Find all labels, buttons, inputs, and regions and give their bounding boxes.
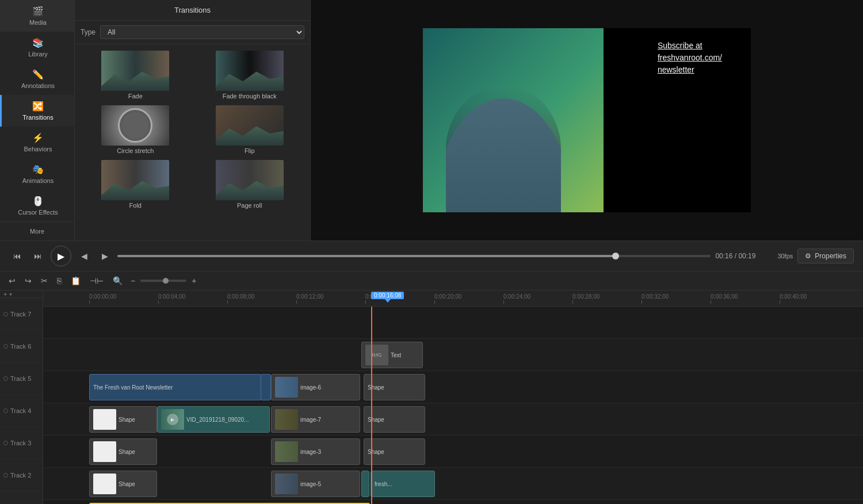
progress-handle[interactable] xyxy=(612,253,619,259)
track6-dot[interactable] xyxy=(3,344,8,349)
sidebar-item-media[interactable]: 🎬 Media xyxy=(0,0,74,32)
person-silhouette xyxy=(446,86,561,212)
sidebar-item-library[interactable]: 📚 Library xyxy=(0,32,74,63)
track3-label: Track 3 xyxy=(10,440,31,446)
clip-track2-image5[interactable]: image-5 xyxy=(271,471,360,497)
ruler-mark-9: 0:00:36;00 xyxy=(711,300,780,304)
behaviors-icon: ⚡ xyxy=(32,132,44,143)
zoom-handle[interactable] xyxy=(163,278,169,284)
track5-dot[interactable] xyxy=(3,376,8,381)
transition-page-roll-label: Page roll xyxy=(237,202,262,209)
transition-circle-stretch[interactable]: Circle stretch xyxy=(79,104,192,156)
sidebar-item-transitions[interactable]: 🔀 Transitions xyxy=(0,95,74,127)
zoom-track[interactable] xyxy=(140,280,186,282)
ruler-mark-5: 0:00:20;00 xyxy=(434,300,503,304)
transitions-icon: 🔀 xyxy=(32,101,44,112)
clip-track2-shape[interactable]: Shape xyxy=(89,471,157,497)
clip-track3-image3[interactable]: image-3 xyxy=(271,438,360,465)
track-label-track5: Track 5 xyxy=(0,362,43,395)
ruler-label-7: 0:00:28;00 xyxy=(572,293,599,300)
library-icon: 📚 xyxy=(32,37,44,48)
clip-track5-shape[interactable]: Shape xyxy=(364,374,425,400)
track-row-6[interactable]: IMG Text xyxy=(43,339,863,371)
track-row-2[interactable]: Shape image-5 fresh... xyxy=(43,468,863,500)
timeline-content: 0:00:16;08 0:00:00;000:00:04;000:00:08;0… xyxy=(43,291,863,504)
zoom-in-button[interactable]: 🔍 xyxy=(110,274,125,287)
track-label-track1: Track 1 xyxy=(0,491,43,504)
ruler-tick-4 xyxy=(365,300,366,304)
clip-track3-shape2[interactable]: Shape xyxy=(364,438,425,465)
sidebar-label-media: Media xyxy=(29,19,47,26)
track-row-7[interactable] xyxy=(43,307,863,339)
transition-fade[interactable]: Fade xyxy=(79,49,192,101)
sidebar-label-cursor-effects: Cursor Effects xyxy=(18,209,58,216)
copy-button[interactable]: ⎘ xyxy=(54,274,64,287)
transition-fade-through-black[interactable]: Fade through black xyxy=(194,49,306,101)
playhead-ruler-marker: 0:00:16;08 xyxy=(371,291,404,306)
clip-track5-text-small[interactable] xyxy=(261,374,271,400)
play-button[interactable]: ▶ xyxy=(51,246,71,266)
transition-fold[interactable]: Fold xyxy=(79,158,192,211)
cut-button[interactable]: ✂ xyxy=(38,274,51,287)
transitions-filter-bar: Type All Fade Slide Zoom Rotate xyxy=(75,21,310,44)
track7-dot[interactable] xyxy=(3,312,8,316)
clip-track2-transition[interactable] xyxy=(361,471,369,497)
clip-track4-shape2[interactable]: Shape xyxy=(364,406,425,433)
track2-dot[interactable] xyxy=(3,473,8,478)
track3-dot[interactable] xyxy=(3,441,8,445)
sidebar-label-behaviors: Behaviors xyxy=(24,146,52,152)
transition-flip[interactable]: Flip xyxy=(194,104,306,156)
media-icon: 🎬 xyxy=(32,6,44,17)
properties-button[interactable]: ⚙ Properties xyxy=(797,249,854,264)
track-row-5[interactable]: The Fresh van Root Newsletter image-6 Sh… xyxy=(43,371,863,403)
clip-track5-image6-thumb xyxy=(275,377,298,398)
sidebar-item-animations[interactable]: 🎭 Animations xyxy=(0,158,74,190)
ruler-mark-6: 0:00:24;00 xyxy=(503,300,572,304)
zoom-out-minus[interactable]: − xyxy=(128,274,138,287)
undo-button[interactable]: ↩ xyxy=(6,274,18,287)
zoom-in-plus[interactable]: + xyxy=(189,274,199,287)
rewind-button[interactable]: ⏮ xyxy=(9,248,25,264)
prev-frame-button[interactable]: ◀ xyxy=(76,248,92,264)
track4-dot[interactable] xyxy=(3,408,8,413)
track-label-track4: Track 4 xyxy=(0,395,43,427)
clip-track4-vid-thumb: ▶ xyxy=(161,409,184,430)
clip-track2-fresh[interactable]: fresh... xyxy=(371,471,435,497)
clip-track4-image7[interactable]: image-7 xyxy=(271,406,360,433)
track-row-1[interactable]: blog cover background square xyxy=(43,500,863,504)
clip-track3-shape-label: Shape xyxy=(119,449,135,455)
ruler-label-1: 0:00:04;00 xyxy=(158,293,185,300)
ruler-tick-0 xyxy=(89,300,90,304)
preview-area: Subscribe atfreshvanroot.com/newsletter xyxy=(311,0,863,240)
more-button[interactable]: More xyxy=(0,222,74,240)
clip-track4-shape[interactable]: Shape xyxy=(89,406,157,433)
clip-track5-newsletter[interactable]: The Fresh van Root Newsletter xyxy=(89,374,262,400)
track-row-3[interactable]: Shape image-3 Shape xyxy=(43,436,863,468)
next-frame-button[interactable]: ▶ xyxy=(97,248,113,264)
sidebar-item-behaviors[interactable]: ⚡ Behaviors xyxy=(0,127,74,158)
transition-page-roll[interactable]: Page roll xyxy=(194,158,306,211)
sidebar-item-cursor-effects[interactable]: 🖱️ Cursor Effects xyxy=(0,190,74,222)
redo-button[interactable]: ↪ xyxy=(22,274,35,287)
track-row-4[interactable]: Shape ▶ VID_20191218_09020... image-7 Sh… xyxy=(43,403,863,436)
progress-bar[interactable] xyxy=(117,255,711,257)
clip-track4-shape2-label: Shape xyxy=(368,417,384,423)
ruler-label-8: 0:00:32;00 xyxy=(641,293,669,300)
clip-track4-shape-label: Shape xyxy=(119,417,135,423)
paste-button[interactable]: 📋 xyxy=(68,274,83,287)
type-filter-select[interactable]: All Fade Slide Zoom Rotate xyxy=(100,25,304,39)
sidebar-item-annotations[interactable]: ✏️ Annotations xyxy=(0,63,74,95)
transitions-panel-title: Transitions xyxy=(75,0,310,21)
clip-track4-vid[interactable]: ▶ VID_20191218_09020... xyxy=(157,406,270,433)
playhead-arrow xyxy=(385,299,391,303)
add-track-button[interactable]: + xyxy=(3,291,7,297)
clip-track5-image6[interactable]: image-6 xyxy=(271,374,360,400)
split-button[interactable]: ⊣⊢ xyxy=(87,274,106,287)
step-back-button[interactable]: ⏭ xyxy=(30,248,46,264)
clip-track4-image7-thumb xyxy=(275,409,298,430)
sidebar-label-animations: Animations xyxy=(22,177,54,184)
clip-track6-text[interactable]: IMG Text xyxy=(361,342,423,368)
sidebar: 🎬 Media 📚 Library ✏️ Annotations 🔀 Trans… xyxy=(0,0,75,240)
track-labels: + ▾ Track 7 Track 6 Track 5 Track 4 Trac… xyxy=(0,291,43,504)
clip-track3-shape[interactable]: Shape xyxy=(89,438,157,465)
